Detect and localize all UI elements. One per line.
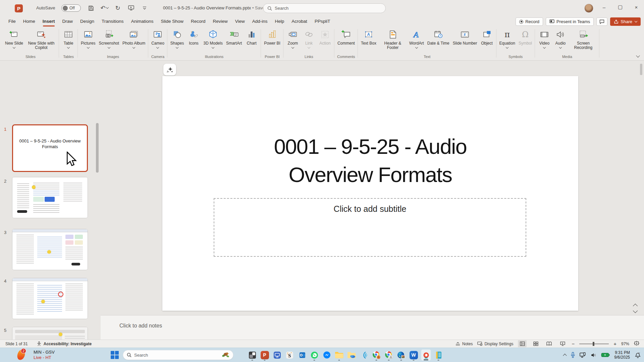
taskbar-app-edge[interactable] [396,349,406,361]
clock[interactable]: 9:31 PM 9/6/2025 [614,350,630,360]
object-button[interactable]: Object [479,28,495,46]
zoom-slider[interactable] [579,344,609,344]
reading-view-button[interactable] [545,340,553,347]
video-button[interactable]: Video [537,28,552,49]
3d-models-button[interactable]: 3D Models [202,28,224,49]
tab-slide-show[interactable]: Slide Show [157,16,187,26]
table-button[interactable]: Table [61,28,76,49]
collapse-ribbon-icon[interactable] [636,54,640,57]
user-avatar[interactable] [584,4,593,13]
battery-icon[interactable] [601,353,610,357]
tab-add-ins[interactable]: Add-ins [249,16,271,26]
tab-help[interactable]: Help [271,16,288,26]
shapes-dropdown-icon[interactable] [176,46,178,49]
main-scrollbar[interactable] [640,62,642,337]
new-slide-copilot-button[interactable]: New Slide with Copilot [25,28,57,51]
tab-acrobat[interactable]: Acrobat [288,16,311,26]
microphone-icon[interactable] [571,352,575,358]
undo-button[interactable]: ↶ [100,4,109,12]
zoom-out-button[interactable]: − [572,341,575,347]
tab-record[interactable]: Record [187,16,209,26]
screenshot-dropdown-icon[interactable] [107,46,110,49]
taskbar-app-powerpoint[interactable]: P [260,349,270,361]
designer-sparkle-button[interactable] [163,64,176,75]
tab-ppsplit[interactable]: PPspliT [311,16,334,26]
slide-thumbnail-5[interactable] [12,327,88,340]
fit-slide-button[interactable] [634,341,639,347]
slide-canvas[interactable]: 0001 – 9-5-25 - Audio Overview Formats C… [162,76,578,311]
close-button[interactable]: × [629,0,644,14]
tab-review[interactable]: Review [209,16,231,26]
taskbar-app-onedrive-folder[interactable] [346,349,357,361]
maximize-button[interactable]: ▢ [612,0,628,14]
power-bi-button[interactable]: Power BI [263,28,282,46]
taskbar-app-chrome-profile1[interactable] [371,349,381,361]
new-slide-button[interactable]: New Slide [4,28,24,49]
cameo-dropdown-icon[interactable] [156,46,159,49]
taskbar-app-s-tool[interactable]: S [284,349,294,361]
share-button[interactable]: Share [610,17,641,26]
taskbar-app-airfoil-waves[interactable] [359,349,369,361]
tab-home[interactable]: Home [19,16,39,26]
subtitle-placeholder[interactable]: Click to add subtitle [214,198,526,257]
notes-toggle[interactable]: Notes [455,342,473,346]
cameo-button[interactable]: P Cameo [150,28,166,49]
main-scrollbar-thumb[interactable] [640,64,642,75]
present-in-teams-button[interactable]: Present in Teams [546,17,594,26]
taskbar-app-notebook[interactable] [433,349,443,361]
redo-button[interactable]: ↻ [113,4,122,12]
new-slide-dropdown-icon[interactable] [13,46,15,49]
wordart-dropdown-icon[interactable] [415,46,418,49]
tab-file[interactable]: File [5,16,19,26]
powerpoint-app-icon[interactable]: P [15,4,23,12]
tab-design[interactable]: Design [76,16,98,26]
tab-animations[interactable]: Animations [127,16,157,26]
slide-thumbnail-4[interactable] [12,278,88,319]
tray-show-hidden-icon[interactable] [563,354,567,357]
pictures-button[interactable]: Pictures [79,28,97,49]
taskbar-app-word[interactable]: W [409,349,419,361]
taskbar-app-whatsapp[interactable] [309,349,319,361]
smartart-button[interactable]: SmartArt [225,28,243,46]
text-box-button[interactable]: A Text Box [360,28,378,46]
thumbnail-scrollbar[interactable] [96,123,99,173]
equation-dropdown-icon[interactable] [506,46,508,49]
speaker-icon[interactable] [591,353,597,358]
notification-bell-icon[interactable]: zz [634,352,641,358]
slideshow-view-button[interactable] [558,340,567,347]
share-dropdown-icon[interactable] [635,19,637,22]
search-highlight-bird-icon[interactable] [221,351,229,359]
comment-button[interactable]: Comment [336,28,356,46]
header-footer-button[interactable]: Header & Footer [378,28,407,51]
slide-sorter-view-button[interactable] [531,340,540,347]
taskbar-app-file-explorer[interactable] [334,349,344,361]
pictures-dropdown-icon[interactable] [87,46,89,49]
minimize-button[interactable]: – [596,0,612,14]
accessibility-status[interactable]: Accessibility: Investigate [37,341,92,346]
screen-recording-button[interactable]: Screen Recording [569,28,598,51]
customize-toolbar-button[interactable] [140,4,149,12]
undo-dropdown-icon[interactable] [106,6,108,9]
slide-title-text[interactable]: 0001 – 9-5-25 - Audio Overview Formats [203,132,538,189]
autosave-toggle[interactable]: Off [61,4,81,12]
photo-album-dropdown-icon[interactable] [132,46,135,49]
tab-view[interactable]: View [231,16,249,26]
date-time-button[interactable]: Date & Time [426,28,451,46]
notes-pane[interactable]: Click to add notes [101,315,644,340]
3d-models-dropdown-icon[interactable] [212,46,214,49]
icons-button[interactable]: Icons [186,28,202,46]
taskbar-app-messenger[interactable] [322,349,332,361]
video-dropdown-icon[interactable] [543,46,546,49]
search-input[interactable]: Search [263,3,386,13]
taskbar-app-remote-desktop[interactable] [272,349,282,361]
table-dropdown-icon[interactable] [67,46,70,49]
start-button[interactable] [111,351,119,359]
tab-transitions[interactable]: Transitions [98,16,127,26]
display-settings-button[interactable]: Display Settings [477,342,513,346]
wordart-button[interactable]: A WordArt [408,28,425,49]
equation-button[interactable]: π Equation [498,28,517,49]
zoom-slider-thumb[interactable] [593,342,594,346]
slide-number-button[interactable]: # Slide Number [451,28,479,46]
start-slideshow-button[interactable] [127,4,136,12]
slide-thumbnail-2[interactable] [12,177,88,218]
